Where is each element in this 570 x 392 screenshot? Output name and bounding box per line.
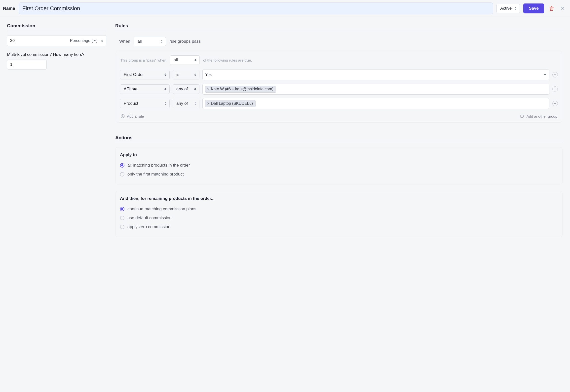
commission-type-select[interactable]: Percentage (%) [68,36,106,46]
status-value: Active [500,6,512,11]
remaining-option[interactable]: use default commission [120,214,558,222]
multi-level-label: Multi-level commission? How many tiers? [7,52,106,57]
name-label: Name [2,6,15,11]
remaining-option[interactable]: apply zero commission [120,222,558,231]
commission-amount-input[interactable] [7,36,68,45]
svg-rect-5 [521,115,523,118]
chip-remove-icon[interactable]: ✕ [207,102,210,106]
rule-row: Affiliateany of✕Kate W (#6 – kate@inside… [120,84,558,95]
updown-icon [164,87,167,91]
group-header-prefix: This group is a "pass" when [120,58,166,62]
rule-operator-select[interactable]: is [173,70,199,79]
when-select[interactable]: all [134,37,166,46]
add-group-icon [520,114,525,118]
rule-field-select[interactable]: Product [120,99,170,108]
apply-to-option[interactable]: all matching products in the order [120,161,558,170]
group-header-suffix: of the following rules are true. [203,58,252,62]
rule-operator-value: any of [176,101,188,106]
updown-icon [194,102,197,105]
rule-value-input[interactable]: Yes [202,69,549,80]
commission-type-value: Percentage (%) [70,38,98,43]
remaining-option[interactable]: continue matching commission plans [120,205,558,214]
rule-field-select[interactable]: First Order [120,70,170,79]
radio-icon [120,163,124,168]
remaining-option-label: continue matching commission plans [127,207,196,212]
group-match-value: all [174,58,178,63]
rules-title: Rules [115,23,563,30]
add-rule-label: Add a rule [127,114,144,118]
close-icon [561,6,565,11]
radio-icon [120,216,124,220]
save-button[interactable]: Save [523,3,544,13]
radio-icon [120,207,124,211]
remaining-card: And then, for remaining products in the … [115,191,563,237]
chip-label: Kate W (#6 – kate@insideinfo.com) [211,87,273,91]
chip-remove-icon[interactable]: ✕ [207,87,210,91]
status-select[interactable]: Active [496,4,520,13]
rule-remove-button[interactable] [552,86,558,92]
group-header: This group is a "pass" when all of the f… [120,55,558,65]
updown-icon [194,87,197,91]
remaining-option-label: apply zero commission [127,224,170,229]
rule-row: Productany of✕Dell Laptop (SKUDELL) [120,98,558,109]
group-match-select[interactable]: all [170,55,200,65]
commission-title: Commission [7,23,106,30]
remaining-option-label: use default commission [127,215,172,220]
plus-circle-icon [120,114,125,118]
when-label: When [119,39,130,44]
rule-operator-select[interactable]: any of [173,99,199,108]
rules-when-row: When all rule groups pass [115,35,563,51]
add-group-button[interactable]: Add another group [520,114,557,118]
actions-title: Actions [115,135,563,142]
when-select-value: all [137,39,142,44]
chip-label: Dell Laptop (SKUDELL) [211,101,253,106]
updown-icon [164,102,167,105]
radio-icon [120,225,124,229]
rule-value-input[interactable]: ✕Kate W (#6 – kate@insideinfo.com) [202,84,549,95]
rule-field-value: Product [124,101,138,106]
rule-operator-select[interactable]: any of [173,84,199,94]
value-chip[interactable]: ✕Dell Laptop (SKUDELL) [205,100,256,107]
rule-value-input[interactable]: ✕Dell Laptop (SKUDELL) [202,98,549,109]
updown-icon [514,7,517,10]
trash-icon [549,6,554,11]
tiers-input[interactable] [7,60,47,70]
updown-icon [164,73,167,76]
commission-row: Percentage (%) [7,35,106,46]
header-bar: Name Active Save [0,0,570,17]
name-input[interactable] [19,2,493,14]
caret-down-icon [544,74,546,75]
when-suffix: rule groups pass [169,39,201,44]
add-rule-button[interactable]: Add a rule [120,114,144,118]
rule-remove-button[interactable] [552,72,558,77]
rule-field-select[interactable]: Affiliate [120,84,170,94]
updown-icon [160,40,163,43]
rule-operator-value: any of [176,87,188,92]
updown-icon [194,58,197,62]
apply-to-option-label: only the first matching product [127,172,184,177]
radio-icon [120,172,124,177]
updown-icon [101,39,104,42]
rule-row: First OrderisYes [120,69,558,80]
rule-value-text: Yes [205,72,212,77]
apply-to-heading: Apply to [120,152,558,157]
rule-remove-button[interactable] [552,101,558,106]
rule-operator-value: is [176,72,179,77]
add-group-label: Add another group [527,114,557,118]
value-chip[interactable]: ✕Kate W (#6 – kate@insideinfo.com) [205,86,276,93]
apply-to-card: Apply to all matching products in the or… [115,147,563,184]
rule-field-value: First Order [124,72,144,77]
apply-to-option-label: all matching products in the order [127,163,190,168]
remaining-heading: And then, for remaining products in the … [120,196,558,201]
updown-icon [194,73,197,76]
close-button[interactable] [559,5,567,12]
delete-button[interactable] [548,4,556,12]
apply-to-option[interactable]: only the first matching product [120,170,558,179]
rule-group: This group is a "pass" when all of the f… [116,51,562,123]
rule-field-value: Affiliate [124,87,137,92]
